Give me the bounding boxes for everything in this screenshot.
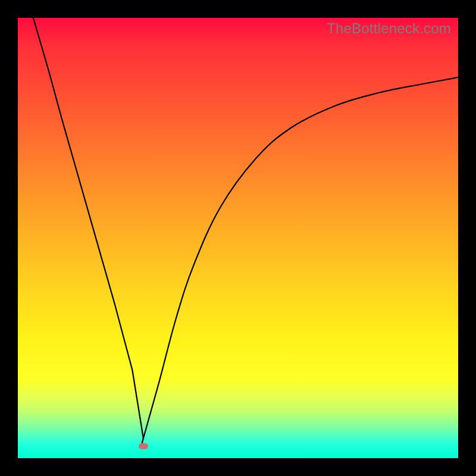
curve-path	[33, 18, 458, 443]
chart-frame: TheBottleneck.com	[0, 0, 476, 476]
plot-area: TheBottleneck.com	[18, 18, 458, 458]
v-curve-line	[18, 18, 458, 458]
minimum-marker	[139, 443, 148, 449]
